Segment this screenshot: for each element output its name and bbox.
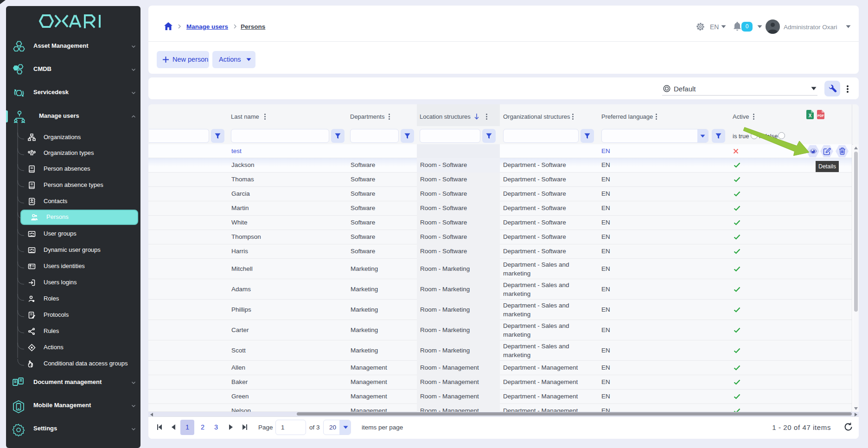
svg-text:PDF: PDF bbox=[817, 114, 824, 117]
svg-text:X: X bbox=[809, 113, 812, 118]
